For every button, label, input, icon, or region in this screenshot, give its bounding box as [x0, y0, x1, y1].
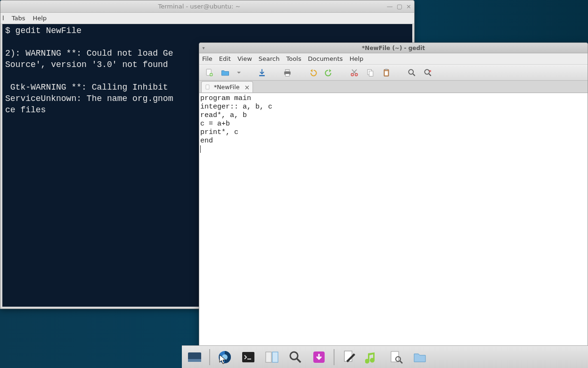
separator — [209, 349, 210, 365]
svg-rect-4 — [286, 69, 289, 71]
magnifier-icon[interactable] — [286, 348, 304, 366]
copy-icon[interactable] — [364, 67, 376, 79]
svg-rect-21 — [266, 352, 271, 362]
file-icon — [204, 84, 211, 91]
maximize-icon[interactable]: ▢ — [397, 3, 402, 10]
undo-icon[interactable] — [307, 67, 319, 79]
magnifier-icon[interactable] — [406, 67, 418, 79]
magnifier-replace-icon[interactable] — [422, 67, 434, 79]
printer-icon[interactable] — [281, 67, 294, 79]
svg-rect-17 — [188, 359, 201, 362]
taskbar — [182, 345, 588, 368]
clipboard-icon[interactable] — [380, 67, 392, 79]
terminal-menu-tabs[interactable]: Tabs — [12, 15, 25, 22]
gedit-titlebar[interactable]: ▾ *NewFile (~) - gedit — [199, 43, 588, 53]
menu-documents[interactable]: Documents — [308, 55, 343, 62]
folder-icon[interactable] — [411, 348, 429, 366]
svg-rect-22 — [272, 352, 278, 362]
gedit-editor[interactable]: program main integer:: a, b, c read*, a,… — [199, 93, 588, 357]
file-search-icon[interactable] — [387, 348, 405, 366]
terminal-menu-help[interactable]: Help — [33, 15, 47, 22]
redo-icon[interactable] — [323, 67, 335, 79]
svg-rect-12 — [385, 71, 388, 75]
gedit-window: ▾ *NewFile (~) - gedit File Edit View Se… — [199, 42, 588, 368]
gedit-app-icon[interactable] — [340, 348, 358, 366]
text-cursor — [200, 145, 201, 153]
tab-close-icon[interactable]: × — [244, 84, 250, 91]
menu-view[interactable]: View — [237, 55, 252, 62]
menu-help[interactable]: Help — [350, 55, 364, 62]
minimize-icon[interactable]: — — [387, 3, 393, 10]
download-icon[interactable] — [310, 348, 328, 366]
show-desktop-icon[interactable] — [186, 348, 204, 366]
gedit-toolbar — [199, 65, 588, 81]
svg-point-14 — [425, 69, 429, 74]
svg-rect-11 — [385, 68, 388, 70]
new-document-icon[interactable] — [203, 67, 215, 79]
terminal-icon[interactable] — [239, 348, 257, 366]
menu-tools[interactable]: Tools — [286, 55, 301, 62]
svg-rect-9 — [369, 71, 373, 76]
mouse-cursor — [219, 354, 227, 366]
gedit-tabstrip: *NewFile × — [199, 81, 588, 93]
window-list-icon[interactable] — [263, 348, 281, 366]
terminal-menu-partial[interactable]: l — [2, 15, 4, 22]
svg-point-23 — [290, 352, 298, 360]
terminal-titlebar[interactable]: Terminal - user@ubuntu: ~ — ▢ × — [0, 0, 414, 13]
scissors-icon[interactable] — [348, 67, 360, 79]
svg-point-13 — [408, 69, 413, 74]
folder-open-icon[interactable] — [219, 67, 231, 79]
separator — [334, 349, 335, 365]
close-icon[interactable]: × — [406, 3, 411, 10]
titlebar-menu-icon[interactable]: ▾ — [199, 45, 208, 50]
terminal-menubar: l Tabs Help — [0, 13, 414, 24]
svg-rect-5 — [286, 74, 289, 76]
audio-icon[interactable] — [364, 348, 382, 366]
document-tab[interactable]: *NewFile × — [201, 81, 253, 92]
svg-rect-20 — [242, 352, 254, 362]
svg-rect-2 — [259, 75, 265, 76]
menu-search[interactable]: Search — [259, 55, 280, 62]
terminal-title: Terminal - user@ubuntu: ~ — [12, 3, 387, 10]
document-tab-label: *NewFile — [214, 84, 239, 91]
save-download-icon[interactable] — [256, 67, 268, 79]
menu-edit[interactable]: Edit — [219, 55, 231, 62]
svg-rect-15 — [206, 84, 209, 89]
gedit-menubar: File Edit View Search Tools Documents He… — [199, 53, 588, 65]
gedit-title: *NewFile (~) - gedit — [208, 45, 579, 51]
menu-file[interactable]: File — [202, 55, 212, 62]
open-recent-dropdown[interactable] — [235, 67, 243, 79]
